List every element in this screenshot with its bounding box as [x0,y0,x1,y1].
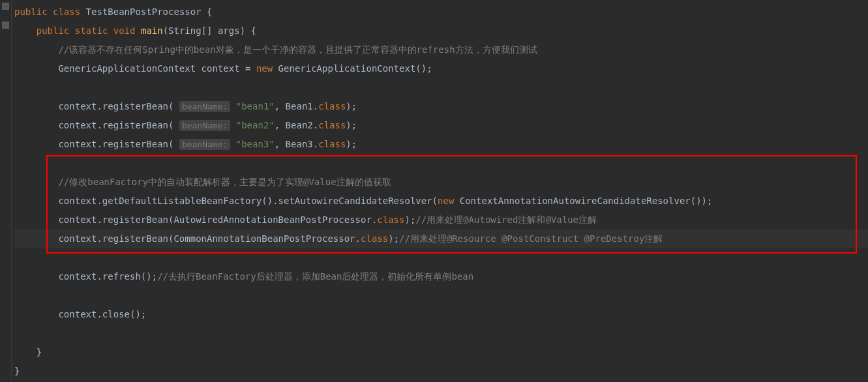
indent [14,63,58,74]
comment: //用来处理@Resource @PostConstruct @PreDestr… [399,233,663,244]
code-line-blank[interactable] [14,248,868,267]
code-line[interactable]: GenericApplicationContext context = new … [14,59,868,78]
code-line[interactable]: context.refresh();//去执行BeanFactory后处理器，添… [14,267,868,286]
code-line-blank[interactable] [14,154,868,173]
indent [14,271,58,282]
comment: //去执行BeanFactory后处理器，添加Bean后处理器，初始化所有单例b… [157,271,473,282]
comment: //修改beanFactory中的自动装配解析器，主要是为了实现@Value注解… [58,177,391,187]
keyword: new [256,63,273,74]
code-text: ); [346,139,357,149]
keyword: static [75,25,108,36]
keyword: public [14,7,48,17]
param-hint: beanName: [179,101,230,112]
indent [14,139,58,149]
keyword: class [377,214,404,225]
fold-method-icon[interactable]: − [2,22,9,29]
comment: //用来处理@Autowired注解和@Value注解 [415,214,597,225]
indent [14,347,37,357]
code-text: context.registerBean( [58,101,179,111]
indent [14,25,37,36]
param-hint: beanName: [179,139,230,150]
code-text: ContextAnnotationAutowireCandidateResolv… [454,196,712,206]
code-text: ); [346,120,357,130]
code-text: GenericApplicationContext(); [273,63,432,74]
code-text: context.registerBean( [58,120,179,130]
code-line[interactable]: context.registerBean( beanName: "bean3",… [14,135,868,154]
code-text: context.registerBean( [58,139,179,149]
keyword: class [318,101,346,111]
keyword: new [438,196,454,206]
code-text: context.refresh(); [58,271,157,282]
code-line[interactable]: context.registerBean(AutowiredAnnotation… [14,211,868,229]
code-line[interactable]: context.getDefaultListableBeanFactory().… [14,192,868,211]
blank [14,158,20,168]
code-text: , Bean2. [275,120,318,130]
blank [14,328,20,338]
indent [14,214,58,225]
indent [14,196,58,206]
indent [14,120,58,130]
code-text: ); [404,214,415,225]
brace: } [37,347,42,357]
indent [14,101,58,111]
keyword: class [53,7,80,17]
class-name: TestBeanPostProcessor [86,7,202,17]
code-line[interactable]: //该容器不存在任何Spring中的bean对象，是一个干净的容器，且提供了正常… [14,40,868,59]
code-line[interactable]: context.close(); [14,305,868,324]
string-literal: "bean3" [230,139,274,149]
code-line-blank[interactable] [14,286,868,305]
code-text: GenericApplicationContext context = [58,63,256,74]
keyword: public [37,25,70,36]
code-area[interactable]: public class TestBeanPostProcessor { pub… [0,3,868,381]
code-text: context.registerBean(AutowiredAnnotation… [58,214,377,225]
code-text: , Bean3. [275,139,318,149]
code-line[interactable]: } [14,343,868,362]
fold-class-icon[interactable]: − [2,3,9,10]
editor-gutter: − − [0,0,12,382]
string-literal: "bean1" [230,101,274,111]
indent [14,233,58,244]
keyword: class [318,139,346,149]
brace: { [202,7,213,17]
param-hint: beanName: [179,120,230,131]
code-text: context.registerBean(CommonAnnotationBea… [58,233,361,244]
code-text: ); [388,233,399,244]
indent [14,44,58,55]
code-text: context.getDefaultListableBeanFactory().… [58,196,438,206]
code-line-blank[interactable] [14,78,868,97]
code-text: ); [346,101,357,111]
code-editor[interactable]: − − public class TestBeanPostProcessor {… [0,0,868,382]
comment: //该容器不存在任何Spring中的bean对象，是一个干净的容器，且提供了正常… [58,44,537,55]
code-line-highlighted[interactable]: context.registerBean(CommonAnnotationBea… [14,229,868,248]
indent [14,309,58,319]
indent [14,177,58,187]
code-line[interactable]: public static void main(String[] args) { [14,22,868,40]
code-line[interactable]: } [14,362,868,381]
code-line[interactable]: //修改beanFactory中的自动装配解析器，主要是为了实现@Value注解… [14,173,868,192]
code-text: , Bean1. [275,101,318,111]
code-line[interactable]: context.registerBean( beanName: "bean1",… [14,97,868,116]
blank [14,290,20,301]
method-name: main [141,25,163,36]
keyword: class [361,233,388,244]
blank [14,82,20,93]
keyword: void [113,25,136,36]
string-literal: "bean2" [230,120,274,130]
keyword: class [318,120,346,130]
code-text: context.close(); [58,309,146,319]
code-line[interactable]: public class TestBeanPostProcessor { [14,3,868,22]
blank [14,252,20,263]
code-line[interactable]: context.registerBean( beanName: "bean2",… [14,116,868,135]
code-line-blank[interactable] [14,324,868,343]
params: (String[] args) { [163,25,256,36]
brace: } [14,366,20,376]
